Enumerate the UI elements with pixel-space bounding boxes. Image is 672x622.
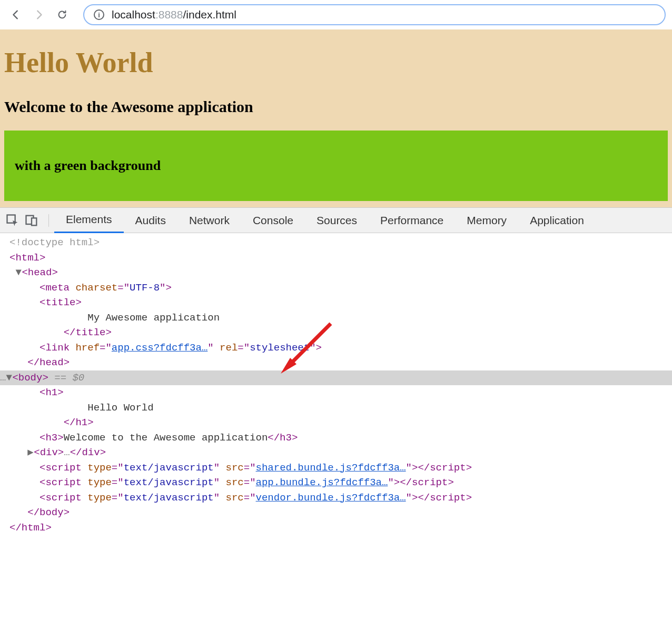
arrow-left-icon xyxy=(10,9,22,21)
dom-line[interactable]: </html> xyxy=(0,520,672,536)
dom-line[interactable]: <html> xyxy=(0,250,672,266)
devtools-panel: Elements Audits Network Console Sources … xyxy=(0,207,672,539)
reload-button[interactable] xyxy=(53,5,72,24)
dom-line[interactable]: </head> xyxy=(0,355,672,370)
chevron-down-icon[interactable]: ▼ xyxy=(15,265,22,280)
arrow-right-icon xyxy=(33,9,45,21)
dom-line[interactable]: Hello World xyxy=(0,400,672,416)
tab-sources[interactable]: Sources xyxy=(305,208,369,233)
script-src-1[interactable]: shared.bundle.js?fdcff3a… xyxy=(256,462,406,474)
rendered-page: Hello World Welcome to the Awesome appli… xyxy=(0,29,672,207)
dom-line[interactable]: <meta charset="UTF-8"> xyxy=(0,280,672,296)
url-path: /index.html xyxy=(183,8,236,21)
chevron-right-icon[interactable]: ▶ xyxy=(27,445,34,460)
back-button[interactable] xyxy=(6,5,25,24)
inspect-button[interactable] xyxy=(5,213,20,228)
tab-application[interactable]: Application xyxy=(518,208,596,233)
dom-line[interactable]: My Awesome application xyxy=(0,310,672,326)
tab-memory[interactable]: Memory xyxy=(455,208,518,233)
dom-line[interactable]: <script type="text/javascript" src="shar… xyxy=(0,460,672,476)
address-bar[interactable]: i localhost:8888/index.html xyxy=(83,4,666,25)
dom-line[interactable]: ▶<div>…</div> xyxy=(0,445,672,460)
script-src-2[interactable]: app.bundle.js?fdcff3a… xyxy=(256,477,388,488)
tab-separator xyxy=(48,214,49,227)
device-icon xyxy=(24,213,39,228)
url-host: localhost xyxy=(112,8,155,21)
dom-tree[interactable]: <!doctype html> <html> ▼<head> <meta cha… xyxy=(0,233,672,539)
doctype-text: <!doctype html> xyxy=(9,237,100,248)
dom-line[interactable]: <!doctype html> xyxy=(0,235,672,250)
dom-line[interactable]: <title> xyxy=(0,295,672,310)
reload-icon xyxy=(56,9,68,21)
inspect-icon xyxy=(5,213,20,228)
dom-line[interactable]: <link href="app.css?fdcff3a…" rel="style… xyxy=(0,340,672,356)
tab-console[interactable]: Console xyxy=(241,208,305,233)
info-icon: i xyxy=(94,9,104,20)
devtools-tabbar: Elements Audits Network Console Sources … xyxy=(0,208,672,233)
page-h1: Hello World xyxy=(4,46,668,79)
dom-line[interactable]: <script type="text/javascript" src="vend… xyxy=(0,490,672,506)
dom-line[interactable]: </h1> xyxy=(0,415,672,430)
url-port: :8888 xyxy=(155,8,183,21)
browser-toolbar: i localhost:8888/index.html xyxy=(0,0,672,29)
dom-line[interactable]: <h3>Welcome to the Awesome application</… xyxy=(0,430,672,446)
dom-line[interactable]: <h1> xyxy=(0,385,672,400)
page-h3: Welcome to the Awesome application xyxy=(4,98,668,116)
tab-performance[interactable]: Performance xyxy=(369,208,455,233)
green-box-h3: with a green background xyxy=(15,158,657,174)
dom-line-selected[interactable]: …▼<body> == $0 xyxy=(0,370,672,386)
green-box: with a green background xyxy=(4,131,668,201)
tab-elements[interactable]: Elements xyxy=(54,208,124,233)
tab-network[interactable]: Network xyxy=(177,208,241,233)
dom-line[interactable]: ▼<head> xyxy=(0,265,672,280)
dom-line[interactable]: </body> xyxy=(0,505,672,520)
device-button[interactable] xyxy=(24,213,39,228)
chevron-down-icon[interactable]: ▼ xyxy=(6,370,12,386)
link-href-value[interactable]: app.css?fdcff3a… xyxy=(112,342,207,354)
svg-rect-2 xyxy=(32,218,36,225)
dom-line[interactable]: </title> xyxy=(0,325,672,340)
forward-button[interactable] xyxy=(29,5,48,24)
script-src-3[interactable]: vendor.bundle.js?fdcff3a… xyxy=(256,492,406,504)
tab-audits[interactable]: Audits xyxy=(124,208,177,233)
dom-line[interactable]: <script type="text/javascript" src="app.… xyxy=(0,475,672,490)
